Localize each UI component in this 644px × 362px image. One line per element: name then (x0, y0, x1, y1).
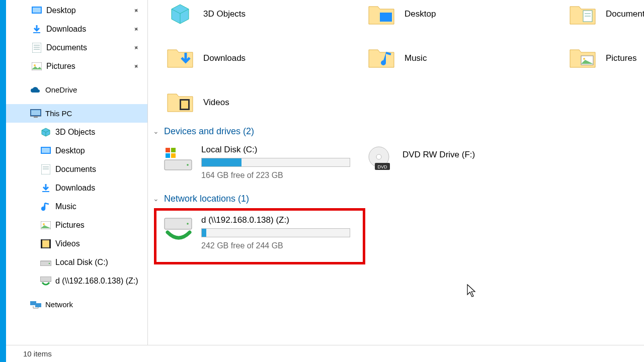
downloads-icon (31, 24, 42, 35)
drive-name: Local Disk (C:) (201, 145, 350, 155)
svg-rect-11 (34, 117, 38, 118)
group-header-label: Devices and drives (2) (164, 126, 254, 137)
folder-tile-desktop[interactable]: Desktop (367, 0, 553, 28)
sidebar-item-documents2[interactable]: Documents (6, 160, 147, 178)
drive-tile-network-z[interactable]: d (\\192.168.0.138) (Z:) 242 GB free of … (162, 214, 358, 250)
downloads-icon (40, 183, 51, 194)
folder-label: Pictures (606, 53, 636, 63)
folders-section: 3D Objects Desktop Documents Downloads (148, 0, 644, 123)
sidebar-item-label: This PC (45, 109, 72, 118)
network-drive-icon (40, 276, 51, 287)
folder-tile-music[interactable]: Music (367, 44, 553, 72)
folder-label: Videos (203, 98, 229, 108)
folder-label: Music (405, 53, 427, 63)
svg-rect-39 (166, 148, 170, 152)
onedrive-icon (30, 84, 41, 96)
sidebar-item-onedrive[interactable]: OneDrive (6, 80, 147, 99)
svg-rect-36 (181, 101, 188, 109)
svg-rect-42 (171, 153, 176, 158)
sidebar-item-label: Music (55, 202, 76, 211)
sidebar-item-label: OneDrive (45, 85, 77, 94)
sidebar-item-label: Desktop (55, 146, 85, 155)
svg-rect-21 (42, 240, 50, 247)
sidebar-item-downloads[interactable]: Downloads ✦ (6, 20, 147, 38)
folder-desktop-icon (367, 0, 395, 28)
os-hdd-icon (162, 144, 194, 174)
folder-tile-pictures[interactable]: Pictures (569, 44, 644, 72)
svg-point-8 (34, 64, 36, 66)
sidebar-item-desktop[interactable]: Desktop ✦ (6, 1, 147, 20)
sidebar-item-label: Videos (55, 239, 80, 248)
sidebar-item-label: Pictures (55, 221, 85, 230)
folder-label: 3D Objects (203, 9, 246, 19)
sidebar-item-videos[interactable]: Videos (6, 234, 147, 253)
svg-rect-14 (41, 164, 50, 174)
svg-rect-13 (42, 148, 50, 153)
group-header-network[interactable]: ⌄ Network locations (1) (153, 190, 644, 207)
sidebar-item-label: Local Disk (C:) (55, 258, 108, 267)
pictures-icon (31, 61, 42, 72)
sidebar-item-pictures2[interactable]: Pictures (6, 216, 147, 234)
folder-documents-icon (569, 0, 597, 28)
drive-free-text: 242 GB free of 244 GB (201, 241, 350, 250)
documents-icon (40, 164, 51, 175)
pictures-icon (40, 220, 51, 231)
folder-tile-videos[interactable]: Videos (166, 88, 352, 117)
sidebar-item-local-disk-c[interactable]: Local Disk (C:) (6, 253, 147, 272)
this-pc-icon (30, 108, 41, 119)
pin-icon: ✦ (131, 43, 141, 53)
drive-tile-local-disk-c[interactable]: Local Disk (C:) 164 GB free of 223 GB (162, 144, 358, 180)
svg-point-19 (43, 223, 45, 225)
sidebar-item-network[interactable]: Network (6, 295, 147, 314)
sidebar-item-documents[interactable]: Documents ✦ (6, 38, 147, 57)
network-icon (30, 299, 41, 310)
folder-label: Downloads (203, 53, 246, 63)
documents-icon (31, 42, 42, 53)
sidebar-item-desktop2[interactable]: Desktop (6, 141, 147, 160)
group-header-label: Network locations (1) (164, 194, 249, 204)
desktop-icon (31, 5, 42, 16)
drive-free-text: 164 GB free of 223 GB (201, 171, 350, 180)
folder-tile-3d-objects[interactable]: 3D Objects (166, 0, 352, 28)
drive-tile-dvd[interactable]: DVD DVD RW Drive (F:) (363, 144, 559, 174)
sidebar-item-3d-objects[interactable]: 3D Objects (6, 123, 147, 141)
sidebar-item-label: Downloads (55, 184, 95, 193)
sidebar-item-this-pc[interactable]: This PC (6, 104, 147, 123)
svg-rect-3 (32, 43, 41, 53)
folder-label: Desktop (405, 9, 436, 19)
status-item-count: 10 items (23, 349, 52, 358)
sidebar-item-pictures[interactable]: Pictures ✦ (6, 57, 147, 75)
svg-rect-28 (35, 303, 41, 307)
folder-pictures-icon (569, 44, 597, 72)
cube-icon (40, 127, 51, 138)
sidebar-item-downloads2[interactable]: Downloads (6, 178, 147, 197)
svg-rect-41 (166, 153, 170, 158)
window-accent-bar (0, 0, 6, 362)
folder-videos-icon (166, 88, 194, 117)
sidebar-item-network-drive-z[interactable]: d (\\192.168.0.138) (Z:) (6, 272, 147, 290)
svg-rect-29 (380, 13, 392, 22)
svg-rect-22 (41, 239, 42, 248)
pin-icon: ✦ (131, 24, 141, 34)
status-bar: 10 items (6, 345, 644, 362)
svg-rect-1 (33, 8, 41, 13)
sidebar-item-label: Documents (55, 165, 96, 174)
chevron-down-icon: ⌄ (153, 195, 160, 203)
sidebar-item-label: d (\\192.168.0.138) (Z:) (55, 277, 138, 286)
svg-point-48 (187, 223, 189, 225)
folder-music-icon (367, 44, 395, 72)
sidebar-item-music[interactable]: Music (6, 197, 147, 216)
sidebar-item-label: Desktop (46, 6, 76, 15)
folder-tile-downloads[interactable]: Downloads (166, 44, 352, 72)
network-drive-icon (162, 214, 194, 244)
group-header-devices[interactable]: ⌄ Devices and drives (2) (153, 123, 644, 140)
drive-name: DVD RW Drive (F:) (403, 150, 475, 160)
cube-icon (166, 0, 194, 28)
drive-capacity-bar (201, 158, 350, 167)
svg-text:DVD: DVD (377, 164, 387, 169)
content-pane: 3D Objects Desktop Documents Downloads (148, 0, 644, 345)
dvd-drive-icon: DVD (363, 144, 395, 174)
folder-tile-documents[interactable]: Documents (569, 0, 644, 28)
svg-point-44 (376, 154, 381, 159)
svg-rect-40 (171, 148, 176, 152)
